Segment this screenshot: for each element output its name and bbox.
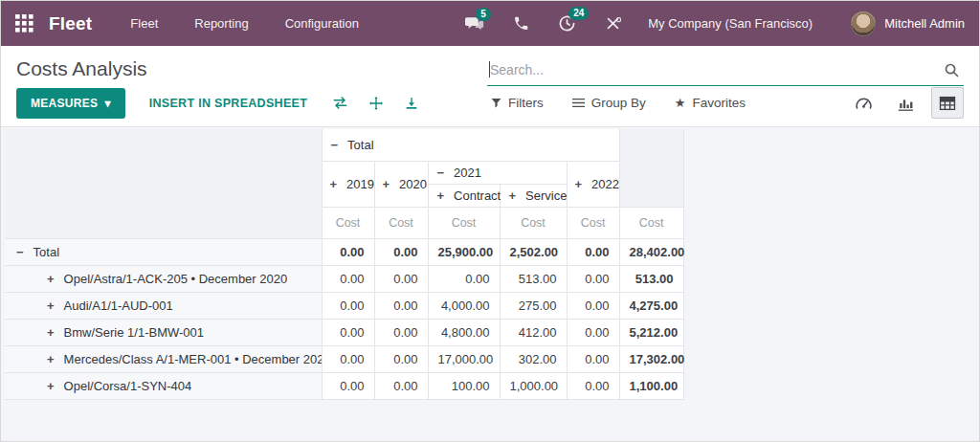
pivot-cell: 0.00 xyxy=(567,372,619,399)
col-header-grand-total xyxy=(619,129,683,207)
row-header-vehicle[interactable]: +Bmw/Serie 1/1-BMW-001 xyxy=(5,319,322,345)
systray: 5 24 xyxy=(465,14,621,33)
pivot-row: +Bmw/Serie 1/1-BMW-001 0.00 0.00 4,800.0… xyxy=(5,319,683,345)
search-input[interactable] xyxy=(490,62,937,77)
pivot-cell: 0.00 xyxy=(374,292,428,319)
row-header-vehicle[interactable]: +Mercedes/Class A/1-MER-001 • December 2… xyxy=(5,345,322,372)
expand-icon: + xyxy=(509,188,517,203)
pivot-cell: 1,100.00 xyxy=(619,372,683,399)
expand-icon: + xyxy=(47,325,55,340)
measure-header[interactable]: Cost xyxy=(619,207,683,238)
pivot-cell: 513.00 xyxy=(500,265,567,292)
search-options: Filters Group By ★ Favorites xyxy=(491,96,746,110)
pivot-cell: 0.00 xyxy=(322,292,374,319)
pivot-cell: 1,000.00 xyxy=(500,372,567,399)
phone-icon xyxy=(513,15,529,32)
user-avatar xyxy=(851,11,876,36)
expand-all-icon[interactable] xyxy=(368,96,384,111)
measure-header[interactable]: Cost xyxy=(374,207,428,238)
collapse-icon: − xyxy=(331,138,339,152)
pivot-row: +Opel/Corsa/1-SYN-404 0.00 0.00 100.00 1… xyxy=(5,372,683,399)
activities-button[interactable]: 24 xyxy=(558,14,576,33)
collapse-icon: − xyxy=(16,245,24,259)
insert-in-spreadsheet-button[interactable]: INSERT IN SPREADSHEET xyxy=(149,97,307,110)
measure-header[interactable]: Cost xyxy=(567,207,619,238)
pivot-cell: 100.00 xyxy=(428,372,500,399)
search-icon[interactable] xyxy=(944,62,960,78)
pivot-table: −Total +2019 +2020 −2021 +2022 xyxy=(5,129,684,400)
pivot-cell: 0.00 xyxy=(374,372,428,399)
pivot-cell: 0.00 xyxy=(428,265,500,292)
pivot-row: +Mercedes/Class A/1-MER-001 • December 2… xyxy=(5,345,683,372)
pivot-row-total: −Total 0.00 0.00 25,900.00 2,502.00 0.00… xyxy=(5,238,683,265)
pivot-cell: 275.00 xyxy=(500,292,567,319)
pivot-cell: 0.00 xyxy=(322,319,374,345)
measure-header[interactable]: Cost xyxy=(322,207,374,238)
top-navbar: Fleet Fleet Reporting Configuration 5 xyxy=(1,1,979,46)
nav-menu-fleet[interactable]: Fleet xyxy=(130,16,158,31)
table-grid-icon xyxy=(939,96,956,111)
measures-label: MEASURES xyxy=(31,97,98,110)
pivot-cell: 0.00 xyxy=(374,345,428,372)
pivot-cell: 302.00 xyxy=(500,345,567,372)
user-menu[interactable]: Mitchell Admin xyxy=(851,11,965,36)
apps-menu-button[interactable] xyxy=(15,14,33,33)
nav-menu: Fleet Reporting Configuration xyxy=(130,16,359,31)
expand-icon: + xyxy=(575,177,583,191)
tools-button[interactable] xyxy=(605,15,621,32)
pivot-cell: 0.00 xyxy=(567,345,619,372)
col-header-contract[interactable]: +Contract xyxy=(428,184,500,207)
star-icon: ★ xyxy=(675,96,686,110)
filter-funnel-icon xyxy=(491,98,501,108)
nav-menu-configuration[interactable]: Configuration xyxy=(285,16,359,31)
wrench-screwdriver-icon xyxy=(605,15,621,32)
group-by-button[interactable]: Group By xyxy=(572,96,646,110)
col-header-total[interactable]: −Total xyxy=(322,129,619,161)
nav-menu-reporting[interactable]: Reporting xyxy=(194,16,248,31)
col-header-2019[interactable]: +2019 xyxy=(322,161,374,207)
company-switcher[interactable]: My Company (San Francisco) xyxy=(648,16,813,31)
apps-grid-icon xyxy=(15,14,33,33)
dashboard-view-button[interactable] xyxy=(847,87,880,119)
pivot-view-button[interactable] xyxy=(931,87,964,119)
expand-icon: + xyxy=(383,177,390,191)
chart-view-button[interactable] xyxy=(889,87,922,119)
search-bar[interactable] xyxy=(487,57,964,86)
group-by-lines-icon xyxy=(572,98,585,108)
measure-header[interactable]: Cost xyxy=(500,207,567,238)
user-name: Mitchell Admin xyxy=(884,16,965,31)
pivot-row: +Opel/Astra/1-ACK-205 • December 2020 0.… xyxy=(5,265,683,292)
pivot-cell: 4,275.00 xyxy=(619,292,683,319)
pivot-cell: 0.00 xyxy=(567,319,619,345)
pivot-cell: 0.00 xyxy=(567,238,619,265)
messages-button[interactable]: 5 xyxy=(465,15,484,32)
pivot-row: +Audi/A1/1-AUD-001 0.00 0.00 4,000.00 27… xyxy=(5,292,683,319)
flip-axes-icon[interactable] xyxy=(332,96,348,110)
app-window: Fleet Fleet Reporting Configuration 5 xyxy=(0,0,980,442)
measure-header[interactable]: Cost xyxy=(428,207,500,238)
voip-button[interactable] xyxy=(513,15,529,32)
app-brand-title[interactable]: Fleet xyxy=(49,13,92,34)
download-icon[interactable] xyxy=(404,96,419,111)
collapse-icon: − xyxy=(437,166,445,180)
col-header-2022[interactable]: +2022 xyxy=(567,161,619,207)
measures-button[interactable]: MEASURES ▾ xyxy=(16,88,125,119)
col-header-2021[interactable]: −2021 xyxy=(428,161,567,184)
pivot-cell: 25,900.00 xyxy=(428,238,500,265)
control-panel: Costs Analysis MEASURES ▾ INSERT IN SPRE… xyxy=(1,46,979,127)
pivot-cell: 0.00 xyxy=(322,238,374,265)
favorites-button[interactable]: ★ Favorites xyxy=(675,96,746,110)
pivot-cell: 17,000.00 xyxy=(428,345,500,372)
row-header-vehicle[interactable]: +Opel/Astra/1-ACK-205 • December 2020 xyxy=(5,265,322,292)
filters-button[interactable]: Filters xyxy=(491,96,544,110)
pivot-corner-cell xyxy=(5,129,322,238)
pivot-cell: 0.00 xyxy=(374,265,428,292)
pivot-cell: 0.00 xyxy=(374,319,428,345)
row-header-total[interactable]: −Total xyxy=(5,238,322,265)
col-header-2020[interactable]: +2020 xyxy=(374,161,428,207)
row-header-vehicle[interactable]: +Audi/A1/1-AUD-001 xyxy=(5,292,322,319)
row-header-vehicle[interactable]: +Opel/Corsa/1-SYN-404 xyxy=(5,372,322,399)
page-title: Costs Analysis xyxy=(16,57,147,80)
pivot-cell: 17,302.00 xyxy=(619,345,683,372)
col-header-service[interactable]: +Service xyxy=(500,184,567,207)
